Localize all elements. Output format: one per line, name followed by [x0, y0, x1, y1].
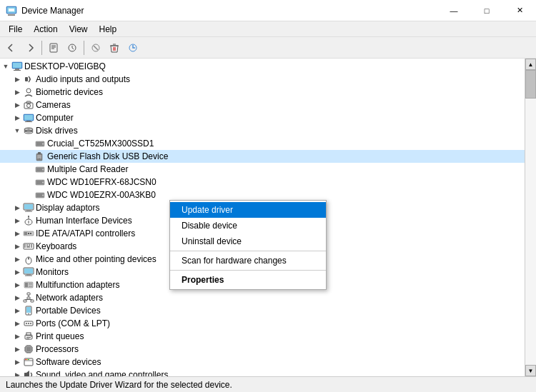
- svg-rect-74: [26, 274, 31, 276]
- ctx-update-label: Update driver: [182, 205, 233, 215]
- tree-root[interactable]: ▼ DESKTOP-V0EIGBQ: [0, 60, 525, 73]
- toolbar-forward[interactable]: [21, 39, 39, 56]
- sound-icon: [23, 369, 34, 376]
- tree-network[interactable]: ▶ Network adapters: [0, 291, 525, 304]
- computer-device-icon: [23, 112, 34, 124]
- tree-computer[interactable]: ▶ Computer: [0, 111, 525, 124]
- ctx-properties-label: Properties: [182, 275, 224, 285]
- ctx-properties[interactable]: Properties: [170, 272, 326, 288]
- svg-rect-63: [26, 245, 28, 246]
- svg-line-86: [29, 299, 32, 300]
- close-button[interactable]: ✕: [503, 0, 536, 21]
- mouse-icon: [23, 253, 34, 265]
- tree-software[interactable]: ▶ Software devices: [0, 356, 525, 368]
- network-expander: ▶: [11, 292, 23, 303]
- ctx-scan-hardware[interactable]: Scan for hardware changes: [170, 253, 326, 268]
- ctx-update-driver[interactable]: Update driver: [170, 202, 326, 218]
- monitors-icon: [23, 266, 34, 278]
- tree-printq[interactable]: ▶ Print queues: [0, 330, 525, 343]
- maximize-button[interactable]: □: [470, 0, 503, 21]
- svg-point-115: [25, 359, 26, 361]
- svg-rect-20: [25, 77, 28, 81]
- tree-multicard[interactable]: ▶ Multiple Card Reader: [0, 163, 525, 176]
- scroll-up[interactable]: ▲: [525, 59, 536, 70]
- title-bar: Device Manager — □ ✕: [0, 0, 536, 21]
- svg-point-92: [28, 323, 29, 324]
- svg-rect-66: [24, 246, 26, 248]
- cameras-label: Cameras: [36, 100, 71, 110]
- svg-rect-65: [31, 245, 32, 246]
- software-icon: [23, 356, 34, 368]
- tree-sound[interactable]: ▶ Sound, video and game controllers: [0, 368, 525, 376]
- toolbar-disable[interactable]: [87, 39, 104, 56]
- multicard-label: Multiple Card Reader: [47, 164, 128, 174]
- svg-point-116: [26, 359, 28, 361]
- toolbar-back[interactable]: [3, 39, 20, 56]
- svg-point-91: [26, 323, 27, 324]
- menu-help[interactable]: Help: [94, 23, 123, 36]
- svg-rect-60: [30, 233, 31, 234]
- tree-crucial[interactable]: ▶ Crucial_CT525MX300SSD1: [0, 137, 525, 150]
- status-bar: Launches the Update Driver Wizard for th…: [0, 376, 536, 392]
- tree-diskdrives[interactable]: ▼ Disk drives: [0, 124, 525, 137]
- toolbar-uninstall[interactable]: [106, 39, 123, 56]
- menu-file[interactable]: File: [3, 23, 28, 36]
- status-text: Launches the Update Driver Wizard for th…: [6, 380, 232, 390]
- svg-rect-4: [50, 44, 57, 52]
- cpu-icon: [23, 343, 34, 355]
- context-menu: Update driver Disable device Uninstall d…: [169, 200, 327, 290]
- hid-icon: [23, 215, 34, 226]
- window-controls: — □ ✕: [437, 0, 536, 21]
- svg-line-10: [94, 46, 98, 50]
- minimize-button[interactable]: —: [437, 0, 470, 21]
- tree-genericflash[interactable]: ▶ Generic Flash Disk USB Device: [0, 150, 525, 163]
- ctx-uninstall-device[interactable]: Uninstall device: [170, 233, 326, 249]
- tree-ports[interactable]: ▶ Ports (COM & LPT): [0, 317, 525, 330]
- svg-point-89: [28, 313, 29, 315]
- scroll-track[interactable]: [525, 70, 536, 365]
- ports-expander: ▶: [11, 318, 23, 329]
- device-tree[interactable]: ▼ DESKTOP-V0EIGBQ ▶: [0, 59, 525, 376]
- menu-view[interactable]: View: [64, 23, 94, 36]
- toolbar-update-driver[interactable]: [64, 39, 81, 56]
- ide-label: IDE ATA/ATAPI controllers: [36, 228, 135, 238]
- scroll-thumb[interactable]: [525, 70, 536, 99]
- svg-rect-52: [25, 211, 32, 212]
- menu-action[interactable]: Action: [28, 23, 63, 36]
- tree-processors[interactable]: ▶ Proces: [0, 343, 525, 356]
- audio-icon: [23, 74, 34, 85]
- svg-rect-80: [27, 293, 30, 295]
- mice-label: Mice and other pointing devices: [36, 254, 157, 264]
- sound-label: Sound, video and game controllers: [36, 370, 168, 376]
- svg-point-71: [28, 258, 29, 259]
- toolbar: [0, 37, 536, 59]
- svg-rect-77: [25, 283, 28, 287]
- svg-rect-100: [26, 347, 31, 351]
- processors-expander: ▶: [11, 343, 23, 355]
- ctx-separator2: [170, 270, 326, 271]
- svg-rect-68: [31, 246, 32, 248]
- svg-point-39: [39, 159, 40, 160]
- toolbar-properties[interactable]: [45, 39, 62, 56]
- tree-portable[interactable]: ▶ Portable Devices: [0, 304, 525, 317]
- ctx-separator: [170, 251, 326, 251]
- app-icon: [6, 5, 17, 16]
- ports-label: Ports (COM & LPT): [36, 318, 110, 328]
- scroll-down[interactable]: ▼: [525, 365, 536, 376]
- tree-wdc1[interactable]: ▶ WDC WD10EFRX-68JCSN0: [0, 176, 525, 189]
- ctx-disable-device[interactable]: Disable device: [170, 218, 326, 233]
- tree-audio[interactable]: ▶ Audio inputs and outputs: [0, 73, 525, 86]
- multifunction-icon: [23, 279, 34, 291]
- biometric-label: Biometric devices: [36, 87, 103, 97]
- window-title: Device Manager: [21, 6, 84, 16]
- crucial-icon: [34, 138, 46, 149]
- scrollbar[interactable]: ▲ ▼: [525, 59, 536, 376]
- hid-label: Human Interface Devices: [36, 216, 132, 226]
- svg-rect-38: [37, 155, 41, 159]
- diskdrives-label: Disk drives: [36, 126, 78, 136]
- toolbar-scan[interactable]: [124, 39, 142, 56]
- camera-icon: [23, 99, 34, 111]
- tree-biometric[interactable]: ▶ Biometric devices: [0, 86, 525, 99]
- tree-cameras[interactable]: ▶ Cameras: [0, 99, 525, 111]
- toolbar-sep2: [84, 41, 84, 55]
